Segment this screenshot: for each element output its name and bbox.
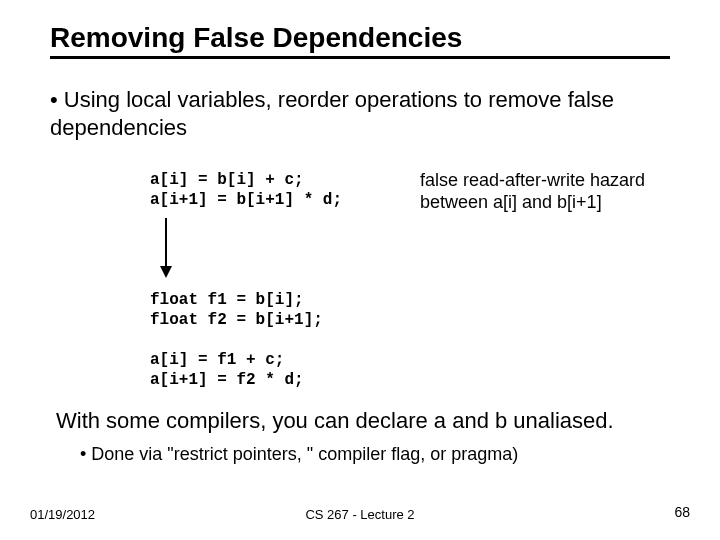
hazard-note: false read-after-write hazard between a[… <box>420 170 680 213</box>
main-bullet-text: Using local variables, reorder operation… <box>50 87 614 140</box>
code-block-rewritten: a[i] = f1 + c; a[i+1] = f2 * d; <box>150 350 304 390</box>
down-arrow-icon <box>158 218 174 278</box>
sub-bullet: Done via "restrict pointers, " compiler … <box>80 444 680 465</box>
closing-line: With some compilers, you can declare a a… <box>56 408 676 434</box>
slide-title: Removing False Dependencies <box>50 22 670 54</box>
svg-marker-1 <box>160 266 172 278</box>
code-block-temps: float f1 = b[i]; float f2 = b[i+1]; <box>150 290 323 330</box>
footer-page-number: 68 <box>674 504 690 520</box>
main-bullet: Using local variables, reorder operation… <box>50 86 670 141</box>
sub-bullet-text: Done via "restrict pointers, " compiler … <box>91 444 518 464</box>
slide: Removing False Dependencies Using local … <box>0 0 720 540</box>
title-underline: Removing False Dependencies <box>50 22 670 59</box>
code-block-original: a[i] = b[i] + c; a[i+1] = b[i+1] * d; <box>150 170 342 210</box>
footer-center: CS 267 - Lecture 2 <box>0 507 720 522</box>
